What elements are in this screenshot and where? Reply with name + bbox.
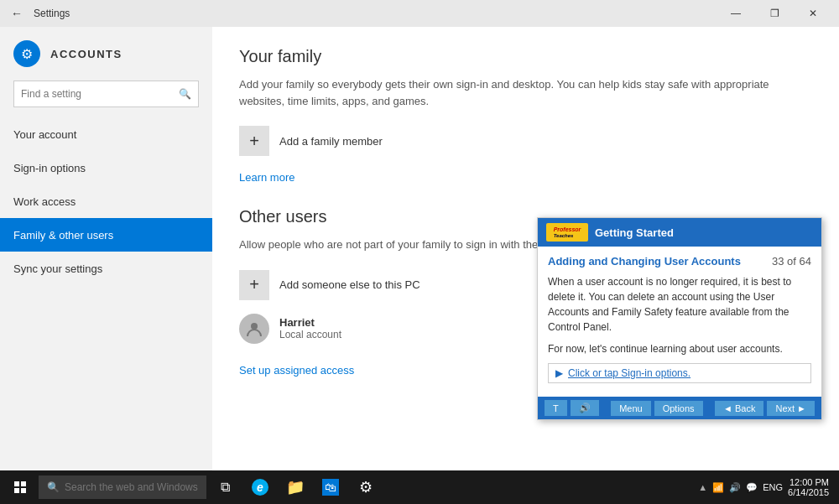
user-harriet-name: Harriet	[279, 316, 341, 329]
sidebar-item-work-access[interactable]: Work access	[0, 184, 212, 218]
taskbar-search-input[interactable]	[65, 481, 198, 493]
add-family-row: + Add a family member	[239, 126, 812, 156]
sidebar-item-label: Work access	[13, 195, 76, 208]
titlebar-left: ← Settings	[7, 3, 70, 23]
popup-link[interactable]: Click or tap Sign-in options.	[568, 367, 690, 379]
back-button[interactable]: ◄ Back	[715, 401, 763, 416]
popup-header-title: Getting Started	[595, 226, 674, 239]
clock-time: 12:00 PM	[788, 477, 829, 487]
play-icon: ▶	[555, 367, 563, 379]
clock: 12:00 PM 6/14/2015	[788, 477, 829, 497]
popup-body-text: When a user account is no longer require…	[548, 274, 811, 335]
sidebar-item-label: Sync your settings	[13, 262, 102, 275]
titlebar: ← Settings — ❐ ✕	[0, 0, 839, 27]
system-tray: ▲ 📶 🔊 💬	[698, 482, 758, 493]
sidebar-item-family-other-users[interactable]: Family & other users	[0, 218, 212, 252]
window-controls: — ❐ ✕	[717, 0, 832, 27]
sidebar-item-label: Sign-in options	[13, 162, 86, 174]
popup-footer-center: Menu Options	[611, 401, 702, 416]
file-explorer-button[interactable]: 📁	[279, 470, 312, 504]
taskbar: 🔍 ⧉ e 📁 🛍 ⚙ ▲ 📶 🔊 💬 ENG 12:00 PM 6/14/20…	[0, 470, 839, 504]
taskbar-left: 🔍 ⧉ e 📁 🛍 ⚙	[3, 470, 383, 504]
edge-icon: e	[252, 479, 268, 496]
family-section-title: Your family	[239, 47, 812, 66]
search-box[interactable]: 🔍	[13, 81, 199, 107]
language-label: ENG	[763, 482, 783, 492]
clock-date: 6/14/2015	[788, 487, 829, 497]
add-user-label: Add someone else to this PC	[279, 278, 420, 291]
popup-footer: T 🔊 Menu Options ◄ Back Next ►	[538, 397, 821, 419]
edge-button[interactable]: e	[243, 470, 277, 504]
popup-continue-text: For now, let's continue learning about u…	[548, 343, 811, 355]
store-button[interactable]: 🛍	[314, 470, 347, 504]
popup-header: ProfessorTeaches Getting Started	[538, 218, 821, 247]
taskbar-right: ▲ 📶 🔊 💬 ENG 12:00 PM 6/14/2015	[698, 477, 836, 497]
network-icon: 📶	[712, 482, 724, 493]
user-avatar	[239, 314, 269, 344]
content-area: Your family Add your family so everybody…	[212, 27, 839, 470]
logo-text: ProfessorTeaches	[554, 226, 581, 238]
popup-footer-left: T 🔊	[545, 400, 599, 416]
t-button[interactable]: T	[545, 400, 567, 416]
popup-link-row: ▶ Click or tap Sign-in options.	[548, 363, 811, 383]
sidebar-item-your-account[interactable]: Your account	[0, 117, 212, 151]
menu-button[interactable]: Menu	[611, 401, 651, 416]
search-icon: 🔍	[179, 88, 191, 100]
taskbar-search-box[interactable]: 🔍	[39, 475, 206, 499]
professor-logo: ProfessorTeaches	[546, 223, 588, 242]
main-content: ⚙ ACCOUNTS 🔍 Your account Sign-in option…	[0, 27, 839, 470]
sidebar-header-title: ACCOUNTS	[50, 48, 122, 60]
popup-subtitle: Adding and Changing User Accounts	[548, 255, 741, 268]
sidebar-search-container: 🔍	[0, 81, 212, 117]
settings-button[interactable]: ⚙	[349, 470, 383, 504]
up-arrow-icon[interactable]: ▲	[698, 482, 707, 492]
restore-button[interactable]: ❐	[755, 0, 794, 27]
learn-more-link[interactable]: Learn more	[239, 171, 294, 184]
options-button[interactable]: Options	[654, 401, 703, 416]
next-button[interactable]: Next ►	[767, 401, 815, 416]
accounts-icon: ⚙	[13, 40, 40, 67]
start-button[interactable]	[3, 470, 37, 504]
windows-icon	[14, 481, 26, 493]
svg-point-0	[251, 323, 258, 330]
sound-button[interactable]: 🔊	[571, 400, 599, 416]
family-section-desc: Add your family so everybody gets their …	[239, 76, 812, 109]
add-family-button[interactable]: +	[239, 126, 269, 156]
popup-footer-right: ◄ Back Next ►	[715, 401, 815, 416]
taskview-icon: ⧉	[221, 480, 230, 495]
add-family-label: Add a family member	[279, 135, 383, 148]
back-button[interactable]: ←	[7, 3, 27, 23]
notification-icon: 💬	[746, 482, 758, 493]
settings-gear-icon: ⚙	[359, 478, 373, 496]
user-harriet-info: Harriet Local account	[279, 316, 341, 340]
task-view-button[interactable]: ⧉	[208, 470, 242, 504]
popup-body: Adding and Changing User Accounts 33 of …	[538, 247, 821, 397]
folder-icon: 📁	[286, 478, 305, 496]
search-input[interactable]	[21, 88, 175, 100]
close-button[interactable]: ✕	[794, 0, 832, 27]
setup-assigned-access-link[interactable]: Set up assigned access	[239, 364, 354, 377]
minimize-button[interactable]: —	[717, 0, 755, 27]
user-harriet-sub: Local account	[279, 329, 341, 340]
getting-started-popup: ProfessorTeaches Getting Started Adding …	[537, 217, 822, 420]
sidebar-item-sign-in-options[interactable]: Sign-in options	[0, 151, 212, 184]
popup-counter: 33 of 64	[772, 255, 811, 268]
volume-icon[interactable]: 🔊	[729, 482, 741, 493]
store-icon: 🛍	[322, 479, 339, 496]
add-user-button[interactable]: +	[239, 270, 269, 300]
sidebar-header: ⚙ ACCOUNTS	[0, 27, 212, 81]
sidebar-item-label: Your account	[13, 128, 76, 141]
sidebar-item-label: Family & other users	[13, 229, 113, 242]
sidebar: ⚙ ACCOUNTS 🔍 Your account Sign-in option…	[0, 27, 212, 470]
sidebar-item-sync-settings[interactable]: Sync your settings	[0, 252, 212, 285]
taskbar-search-icon: 🔍	[47, 481, 60, 493]
titlebar-title: Settings	[34, 8, 70, 19]
popup-subtitle-row: Adding and Changing User Accounts 33 of …	[548, 255, 811, 268]
